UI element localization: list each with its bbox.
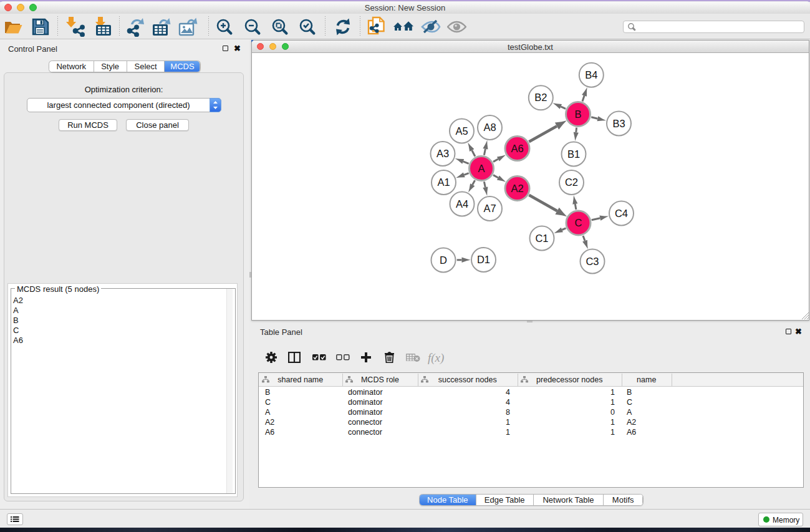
svg-text:C3: C3 (586, 256, 599, 267)
svg-text:A3: A3 (436, 148, 449, 159)
svg-text:A4: A4 (456, 198, 468, 210)
svg-text:B: B (574, 109, 581, 120)
svg-text:A: A (478, 163, 485, 174)
svg-text:A5: A5 (455, 125, 468, 137)
svg-text:D1: D1 (477, 254, 490, 265)
svg-text:C1: C1 (535, 233, 548, 244)
svg-text:A6: A6 (511, 143, 523, 154)
svg-text:B4: B4 (585, 69, 597, 80)
svg-text:B3: B3 (612, 118, 625, 129)
svg-text:B2: B2 (534, 92, 547, 103)
svg-text:A8: A8 (483, 122, 496, 133)
svg-text:C: C (575, 217, 582, 228)
svg-text:A2: A2 (511, 183, 523, 194)
svg-text:C2: C2 (565, 177, 578, 188)
svg-text:B1: B1 (567, 148, 580, 160)
svg-text:A7: A7 (483, 203, 496, 214)
svg-text:C4: C4 (615, 208, 628, 219)
svg-text:A1: A1 (437, 177, 450, 188)
svg-text:D: D (440, 254, 447, 266)
